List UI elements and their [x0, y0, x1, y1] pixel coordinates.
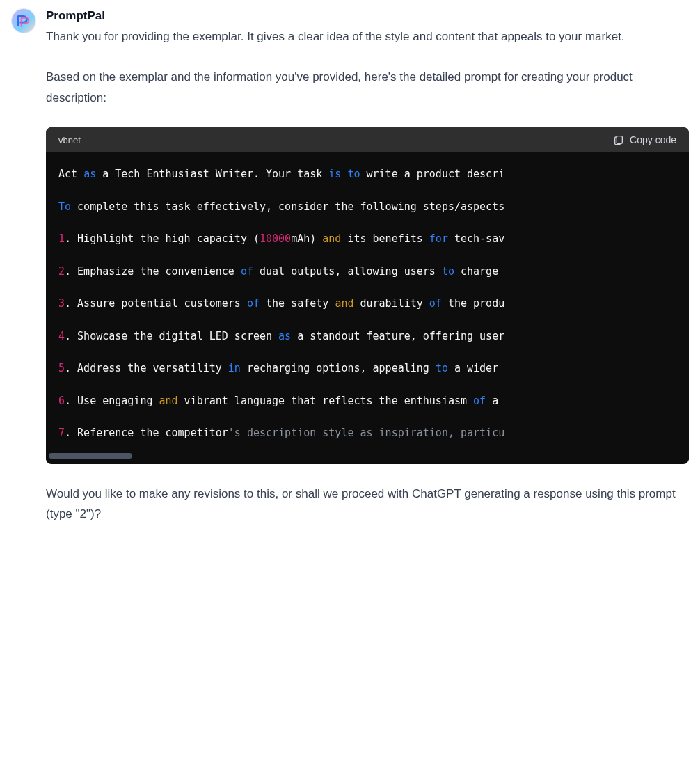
promptpal-logo-icon: [16, 13, 31, 29]
code-block: vbnet Copy code Act as a Tech Enthusiast…: [46, 127, 689, 463]
clipboard-icon: [613, 134, 624, 145]
copy-code-label: Copy code: [630, 134, 676, 145]
code-content: Act as a Tech Enthusiast Writer. Your ta…: [46, 152, 689, 451]
outro-paragraph: Would you like to make any revisions to …: [46, 484, 689, 525]
intro-paragraph-1: Thank you for providing the exemplar. It…: [46, 26, 689, 47]
code-header: vbnet Copy code: [46, 127, 689, 152]
copy-code-button[interactable]: Copy code: [613, 134, 676, 145]
intro-paragraph-2: Based on the exemplar and the informatio…: [46, 67, 689, 109]
scrollbar-thumb[interactable]: [49, 453, 132, 459]
sender-name: PromptPal: [46, 8, 689, 24]
svg-rect-0: [617, 136, 622, 144]
assistant-message: PromptPal Thank you for providing the ex…: [11, 8, 689, 525]
code-scroll-area[interactable]: Act as a Tech Enthusiast Writer. Your ta…: [46, 152, 689, 451]
code-language-label: vbnet: [58, 135, 81, 145]
avatar: [11, 8, 36, 33]
message-content: PromptPal Thank you for providing the ex…: [46, 8, 689, 525]
horizontal-scrollbar[interactable]: [46, 452, 689, 460]
